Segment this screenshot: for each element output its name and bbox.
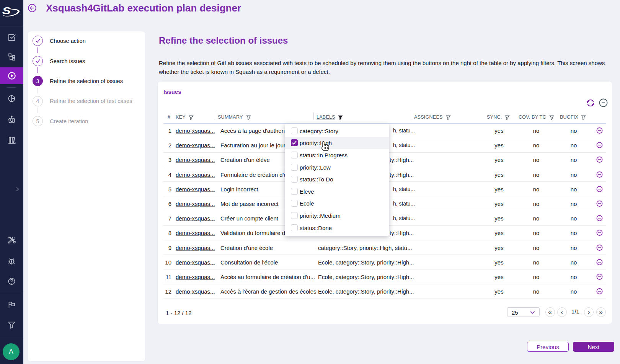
svg-text:S: S [2, 5, 11, 16]
